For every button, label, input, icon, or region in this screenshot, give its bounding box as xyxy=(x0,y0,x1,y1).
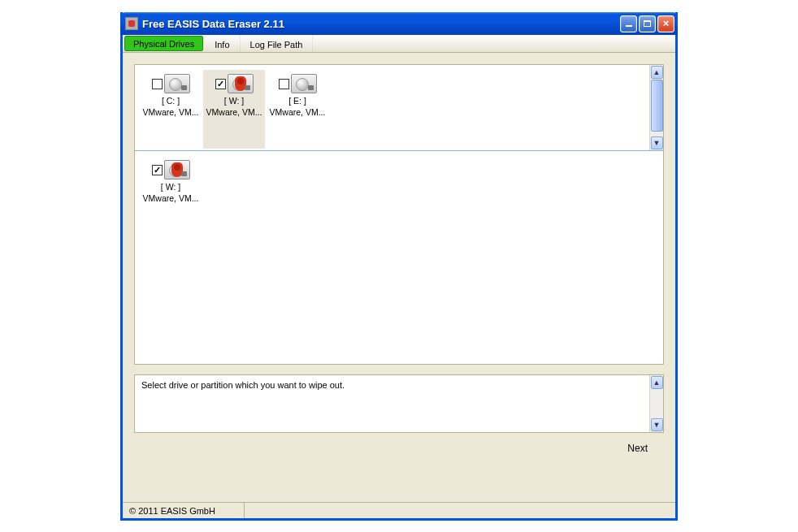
scroll-up-button[interactable]: ▲ xyxy=(651,66,663,79)
button-row: Next xyxy=(134,433,664,454)
drive-letter: [ E: ] xyxy=(267,96,328,107)
next-button[interactable]: Next xyxy=(627,443,648,454)
app-icon xyxy=(125,17,138,30)
message-panel: Select drive or partition which you want… xyxy=(134,374,664,433)
app-window: Free EASIS Data Eraser 2.11 × Physical D… xyxy=(120,12,678,521)
drive-item[interactable]: [ C: ] VMware, VM... xyxy=(140,70,202,149)
scroll-thumb[interactable] xyxy=(651,80,663,132)
hdd-icon xyxy=(228,74,254,93)
scroll-down-button[interactable]: ▼ xyxy=(651,418,663,431)
tab-log-file-path[interactable]: Log File Path xyxy=(241,35,314,52)
scroll-down-button[interactable]: ▼ xyxy=(651,136,663,149)
scrollbar[interactable]: ▲ ▼ xyxy=(649,375,663,432)
drive-desc: VMware, VM... xyxy=(267,107,328,119)
status-bar: © 2011 EASIS GmbH xyxy=(123,502,675,518)
drive-checkbox[interactable]: ✓ xyxy=(152,165,163,175)
close-button[interactable]: × xyxy=(657,15,674,32)
drive-desc: VMware, VM... xyxy=(140,193,202,205)
scrollbar[interactable]: ▲ ▼ xyxy=(649,65,663,150)
tab-info[interactable]: Info xyxy=(205,35,240,52)
drive-panel: [ C: ] VMware, VM... ✓ [ W: ] VMware, VM… xyxy=(134,64,664,365)
drive-desc: VMware, VM... xyxy=(203,107,265,119)
drive-checkbox[interactable] xyxy=(279,79,289,89)
selected-drives-list: ✓ [ W: ] VMware, VM... xyxy=(135,151,663,364)
title-bar[interactable]: Free EASIS Data Eraser 2.11 × xyxy=(120,12,678,35)
tab-physical-drives[interactable]: Physical Drives xyxy=(124,36,203,51)
client-area: [ C: ] VMware, VM... ✓ [ W: ] VMware, VM… xyxy=(123,53,675,502)
drive-letter: [ C: ] xyxy=(140,96,202,107)
drive-checkbox[interactable]: ✓ xyxy=(215,79,226,89)
instruction-text: Select drive or partition which you want… xyxy=(141,380,345,390)
drive-item[interactable]: [ E: ] VMware, VM... xyxy=(267,70,328,149)
hdd-icon xyxy=(164,160,190,179)
drive-item[interactable]: ✓ [ W: ] VMware, VM... xyxy=(203,70,265,149)
minimize-button[interactable] xyxy=(620,15,637,32)
copyright-text: © 2011 EASIS GmbH xyxy=(123,503,245,518)
hdd-icon xyxy=(291,74,317,93)
hdd-icon xyxy=(164,74,190,93)
tab-bar: Physical Drives Info Log File Path xyxy=(123,35,675,53)
window-buttons: × xyxy=(620,15,674,32)
drive-item[interactable]: ✓ [ W: ] VMware, VM... xyxy=(140,156,202,362)
drive-checkbox[interactable] xyxy=(152,79,163,89)
scroll-up-button[interactable]: ▲ xyxy=(651,376,663,389)
maximize-button[interactable] xyxy=(639,15,656,32)
all-drives-list: [ C: ] VMware, VM... ✓ [ W: ] VMware, VM… xyxy=(135,65,663,150)
drive-letter: [ W: ] xyxy=(140,182,202,193)
drive-letter: [ W: ] xyxy=(203,96,265,107)
drive-desc: VMware, VM... xyxy=(140,107,202,119)
window-title: Free EASIS Data Eraser 2.11 xyxy=(142,18,620,30)
